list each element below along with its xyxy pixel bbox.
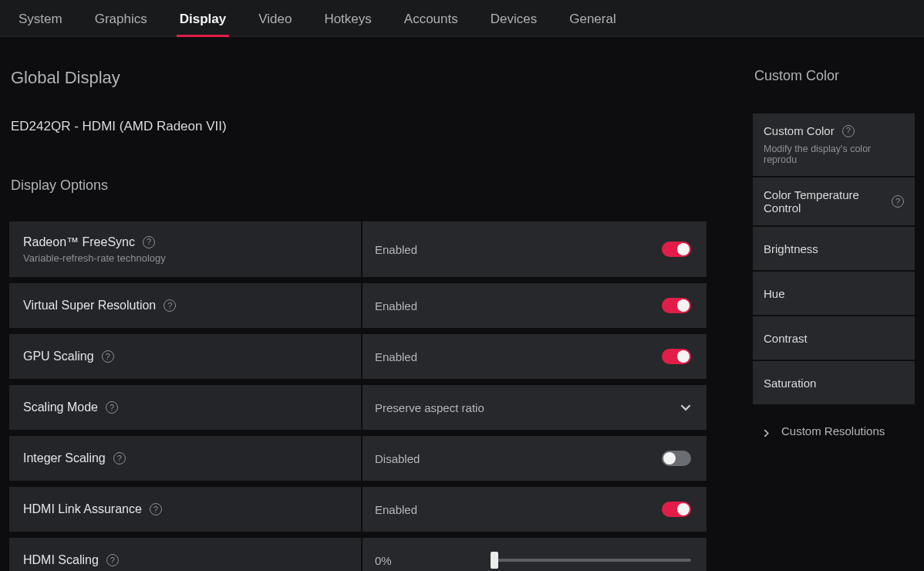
help-icon[interactable]: ? [842, 125, 855, 137]
hdmi-scaling-slider[interactable] [491, 559, 691, 562]
toggle[interactable] [662, 502, 691, 517]
toggle[interactable] [662, 349, 691, 364]
chevron-right-icon [762, 427, 771, 435]
option-value-cell: Preserve aspect ratio [363, 385, 706, 430]
nav-tab-graphics[interactable]: Graphics [92, 2, 150, 35]
main-column: Global Display ED242QR - HDMI (AMD Radeo… [9, 68, 706, 571]
option-label-cell: HDMI Scaling? [9, 538, 363, 571]
page-title: Global Display [9, 68, 706, 88]
option-sublabel: Variable-refresh-rate technology [23, 252, 347, 264]
help-icon[interactable]: ? [150, 503, 162, 515]
option-value-cell: Enabled [363, 283, 706, 328]
option-label-cell: Virtual Super Resolution? [9, 283, 363, 328]
option-value-cell: Enabled [363, 221, 706, 277]
option-row: Integer Scaling?Disabled [9, 436, 706, 481]
option-row: HDMI Scaling?0% [9, 538, 706, 571]
nav-tab-devices[interactable]: Devices [487, 2, 540, 35]
custom-color-list: Custom Color?Modify the display's color … [753, 113, 915, 404]
option-row: HDMI Link Assurance?Enabled [9, 487, 706, 532]
option-label: Integer Scaling [23, 451, 106, 465]
toggle[interactable] [662, 298, 691, 313]
color-option-row[interactable]: Hue [753, 272, 915, 315]
top-nav: SystemGraphicsDisplayVideoHotkeysAccount… [0, 0, 924, 37]
option-value-cell: Enabled [363, 487, 706, 532]
slider-thumb[interactable] [491, 552, 498, 569]
chevron-down-icon[interactable] [680, 402, 691, 413]
color-option-row[interactable]: Contrast [753, 316, 915, 360]
option-value: Disabled [375, 452, 420, 465]
option-value-cell: Disabled [363, 436, 706, 481]
option-label-cell: GPU Scaling? [9, 334, 363, 379]
option-row: Virtual Super Resolution?Enabled [9, 283, 706, 328]
display-options-list: Radeon™ FreeSync?Variable-refresh-rate t… [9, 221, 706, 571]
color-option-label: Hue [764, 287, 785, 300]
option-value: Enabled [375, 503, 417, 516]
option-label-cell: Scaling Mode? [9, 385, 363, 430]
option-value-cell: 0% [363, 538, 706, 571]
toggle[interactable] [662, 451, 691, 466]
option-label: Scaling Mode [23, 400, 98, 414]
color-option-label: Custom Color [764, 124, 835, 137]
option-row: Radeon™ FreeSync?Variable-refresh-rate t… [9, 221, 706, 277]
option-label: Radeon™ FreeSync [23, 235, 135, 249]
nav-tab-hotkeys[interactable]: Hotkeys [321, 2, 374, 35]
option-value-cell: Enabled [363, 334, 706, 379]
option-value: Enabled [375, 350, 417, 363]
color-option-label: Contrast [764, 332, 808, 345]
nav-tab-display[interactable]: Display [177, 2, 229, 35]
display-options-title: Display Options [9, 177, 706, 194]
option-label-cell: HDMI Link Assurance? [9, 487, 363, 532]
nav-tab-general[interactable]: General [566, 2, 619, 35]
option-label-cell: Radeon™ FreeSync?Variable-refresh-rate t… [9, 221, 363, 277]
nav-tab-accounts[interactable]: Accounts [401, 2, 461, 35]
nav-tab-video[interactable]: Video [255, 2, 295, 35]
option-label: HDMI Link Assurance [23, 502, 142, 516]
option-value: Preserve aspect ratio [375, 401, 484, 414]
help-icon[interactable]: ? [892, 195, 904, 208]
color-option-label: Brightness [764, 242, 818, 255]
option-value: Enabled [375, 243, 417, 256]
option-row: Scaling Mode?Preserve aspect ratio [9, 385, 706, 430]
option-label-cell: Integer Scaling? [9, 436, 363, 481]
option-row: GPU Scaling?Enabled [9, 334, 706, 379]
custom-resolutions-label: Custom Resolutions [781, 424, 885, 438]
help-icon[interactable]: ? [164, 299, 176, 312]
color-option-row[interactable]: Saturation [753, 361, 915, 404]
option-value: Enabled [375, 299, 417, 313]
color-option-label: Color Temperature Control [764, 188, 884, 215]
toggle[interactable] [662, 242, 691, 257]
option-label: HDMI Scaling [23, 553, 99, 567]
nav-tab-system[interactable]: System [15, 2, 66, 35]
side-column: Custom Color Custom Color?Modify the dis… [753, 68, 915, 571]
option-label: GPU Scaling [23, 350, 94, 363]
color-option-row[interactable]: Color Temperature Control? [753, 177, 915, 225]
help-icon[interactable]: ? [113, 452, 126, 465]
option-label: Virtual Super Resolution [23, 299, 156, 313]
content: Global Display ED242QR - HDMI (AMD Radeo… [0, 37, 924, 571]
color-option-sublabel: Modify the display's color reprodu [764, 144, 904, 165]
help-icon[interactable]: ? [102, 350, 114, 363]
color-option-row[interactable]: Brightness [753, 227, 915, 270]
help-icon[interactable]: ? [106, 554, 119, 566]
custom-color-title: Custom Color [753, 68, 915, 84]
custom-resolutions-link[interactable]: Custom Resolutions [753, 424, 915, 438]
help-icon[interactable]: ? [143, 236, 155, 248]
help-icon[interactable]: ? [106, 401, 118, 414]
device-label: ED242QR - HDMI (AMD Radeon VII) [9, 119, 706, 134]
color-option-row[interactable]: Custom Color?Modify the display's color … [753, 113, 915, 176]
slider-value: 0% [375, 554, 491, 567]
color-option-label: Saturation [764, 377, 816, 390]
